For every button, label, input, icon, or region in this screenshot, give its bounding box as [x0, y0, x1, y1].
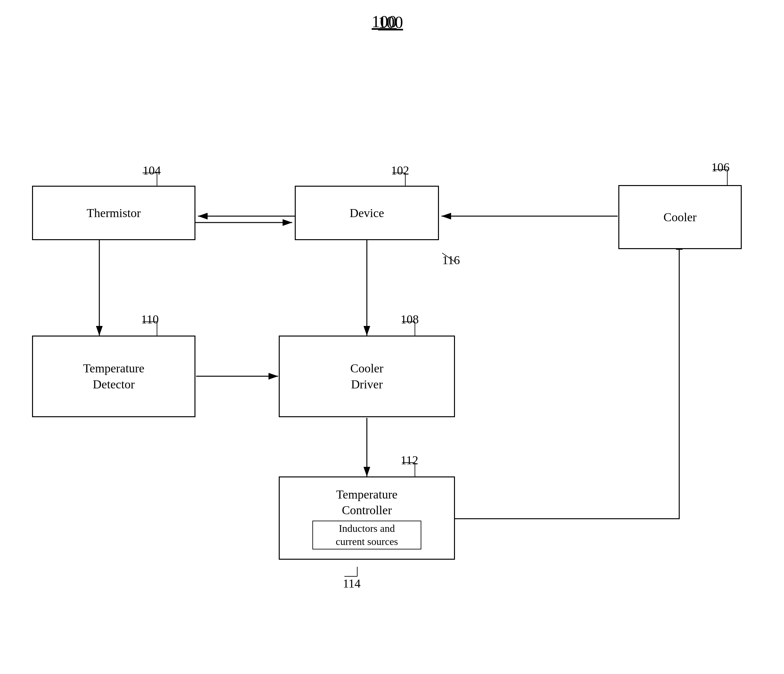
device-ref: 102 — [391, 163, 409, 177]
cooler-driver-block: CoolerDriver — [279, 335, 455, 417]
temp-controller-ref: 112 — [400, 453, 418, 467]
thermistor-block: Thermistor — [32, 186, 196, 240]
thermistor-ref: 104 — [143, 163, 161, 177]
device-label: Device — [350, 206, 384, 220]
temp-detector-ref: 110 — [141, 312, 159, 326]
inductors-block: Inductors andcurrent sources — [313, 520, 421, 550]
cooler-ref: 106 — [711, 160, 730, 174]
cooler-driver-ref: 108 — [400, 312, 419, 326]
inductors-ref: 114 — [343, 576, 361, 590]
cooler-label: Cooler — [664, 210, 697, 224]
temperature-controller-block: TemperatureController Inductors andcurre… — [279, 477, 455, 560]
temperature-detector-label: TemperatureDetector — [83, 360, 144, 392]
thermistor-label: Thermistor — [87, 206, 141, 220]
inductors-label: Inductors andcurrent sources — [336, 522, 398, 548]
figure-title: 100 — [372, 12, 397, 31]
cooler-block: Cooler — [618, 185, 742, 249]
diagram: 100 — [0, 0, 784, 674]
cooler-driver-label: CoolerDriver — [350, 360, 383, 392]
ref-116-label: 116 — [442, 253, 460, 267]
temperature-detector-block: TemperatureDetector — [32, 335, 196, 417]
device-block: Device — [295, 186, 439, 240]
temperature-controller-label: TemperatureController — [336, 487, 397, 519]
